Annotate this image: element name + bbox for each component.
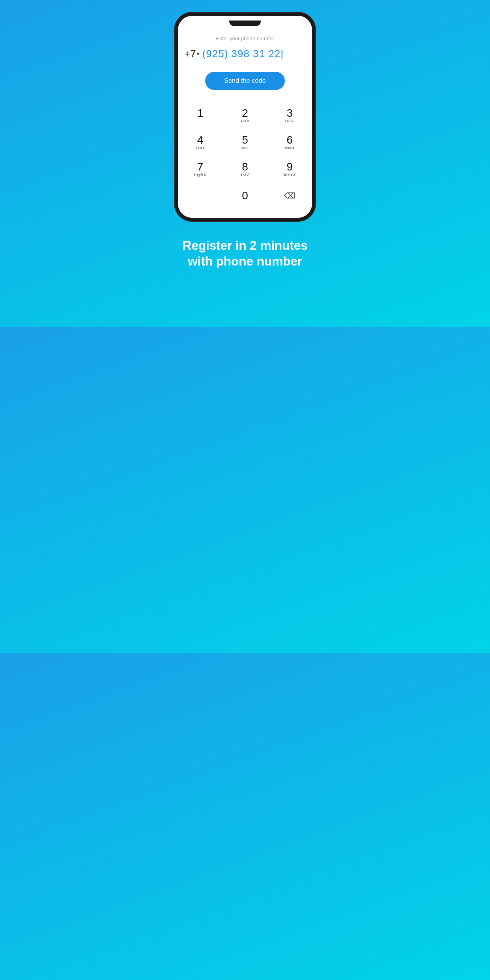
country-code-selector[interactable]: +7 ▾ (184, 48, 199, 60)
phone-content: Enter your phone number +7 ▾ (925) 398 3… (178, 28, 312, 99)
dial-key-1-letters (200, 120, 201, 123)
dialpad-row-1: 1 2 ABC 3 DEF (178, 103, 312, 128)
dial-key-0-num: 0 (242, 190, 248, 202)
dialpad-row-4: 0 ⌫ (178, 183, 312, 208)
dial-key-7[interactable]: 7 PQRS (185, 156, 216, 181)
phone-top-bar (178, 16, 312, 28)
dial-key-5-letters: JKL (241, 146, 249, 150)
send-code-button[interactable]: Send the code (205, 72, 285, 90)
dial-key-9-letters: WXYZ (283, 173, 296, 177)
dial-key-7-num: 7 (197, 161, 204, 173)
dial-key-4-letters: GHI (196, 146, 204, 150)
dial-key-6-num: 6 (287, 134, 293, 146)
backspace-icon: ⌫ (284, 191, 295, 200)
dial-key-4-num: 4 (197, 134, 204, 146)
dial-key-1-num: 1 (197, 107, 204, 120)
dial-key-8[interactable]: 8 TUV (229, 156, 261, 181)
promo-text: Register in 2 minutes with phone number (175, 238, 315, 269)
dialpad-row-2: 4 GHI 5 JKL 6 MNO (178, 129, 312, 155)
dial-key-5[interactable]: 5 JKL (229, 129, 261, 155)
dial-key-7-letters: PQRS (194, 173, 207, 177)
dial-key-2[interactable]: 2 ABC (229, 103, 261, 128)
dial-key-5-num: 5 (242, 134, 248, 146)
dial-key-empty (185, 183, 216, 208)
phone-frame: Enter your phone number +7 ▾ (925) 398 3… (178, 16, 312, 218)
dial-key-3-num: 3 (287, 107, 293, 120)
dial-key-4[interactable]: 4 GHI (185, 129, 216, 155)
enter-phone-label: Enter your phone number (184, 36, 306, 41)
dropdown-arrow-icon: ▾ (197, 51, 199, 57)
delete-key[interactable]: ⌫ (274, 183, 305, 208)
dialpad: 1 2 ABC 3 DEF 4 GHI 5 JKL 6 MN (178, 99, 312, 208)
notch (229, 21, 261, 26)
dial-key-6[interactable]: 6 MNO (274, 129, 305, 155)
phone-bottom (178, 210, 312, 218)
send-code-container: Send the code (184, 65, 306, 99)
dial-key-6-letters: MNO (285, 146, 295, 150)
country-code-value: +7 (184, 48, 196, 60)
dial-key-9[interactable]: 9 WXYZ (274, 156, 305, 181)
dial-key-9-num: 9 (287, 161, 293, 173)
dial-key-3-letters: DEF (285, 120, 294, 123)
dial-key-3[interactable]: 3 DEF (274, 103, 305, 128)
dial-key-2-num: 2 (242, 107, 248, 120)
dial-key-1[interactable]: 1 (185, 103, 216, 128)
dial-key-8-num: 8 (242, 161, 248, 173)
phone-input-row: +7 ▾ (925) 398 31 22| (184, 45, 306, 65)
phone-number-value: (925) 398 31 22 (202, 48, 281, 60)
dialpad-row-3: 7 PQRS 8 TUV 9 WXYZ (178, 156, 312, 181)
dial-key-2-letters: ABC (240, 120, 250, 123)
dial-key-8-letters: TUV (241, 173, 250, 177)
promo-section: Register in 2 minutes with phone number (163, 218, 327, 285)
dial-key-0[interactable]: 0 (229, 183, 261, 208)
cursor: | (281, 48, 284, 60)
phone-number-display[interactable]: (925) 398 31 22| (202, 48, 284, 60)
